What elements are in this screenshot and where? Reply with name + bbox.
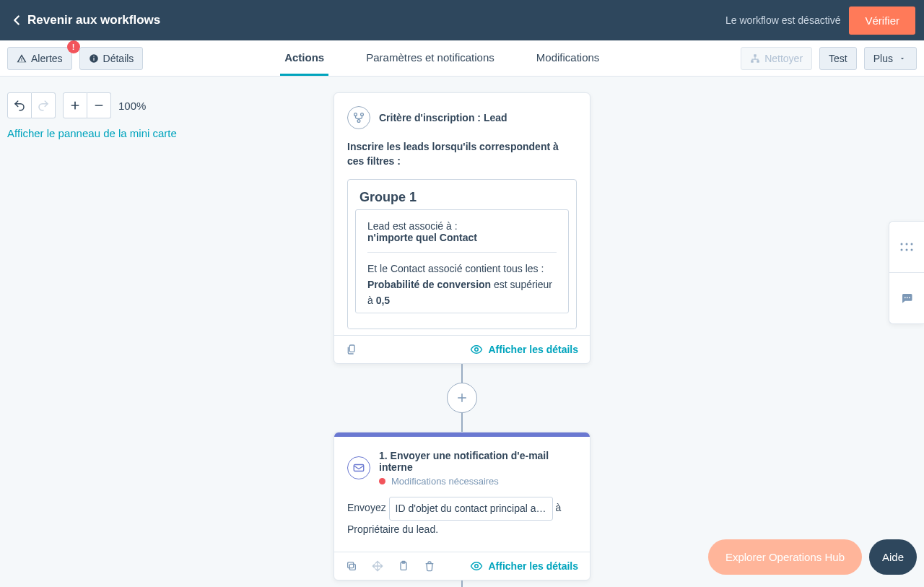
svg-rect-5 bbox=[757, 60, 759, 63]
show-details-1[interactable]: Afficher les détails bbox=[470, 343, 579, 356]
side-rail-grid[interactable] bbox=[889, 222, 924, 272]
eye-icon bbox=[470, 343, 483, 356]
svg-rect-16 bbox=[354, 465, 364, 471]
chat-icon bbox=[900, 292, 913, 305]
status-dot bbox=[379, 478, 385, 484]
test-button[interactable]: Test bbox=[819, 47, 857, 70]
grid-drag-icon bbox=[900, 243, 913, 251]
svg-point-27 bbox=[901, 249, 903, 251]
chevron-left-icon bbox=[9, 12, 25, 28]
more-label: Plus bbox=[873, 53, 893, 64]
side-rail-chat[interactable] bbox=[889, 272, 924, 323]
connector bbox=[461, 364, 463, 383]
clipboard-icon[interactable] bbox=[398, 560, 409, 572]
mail-icon bbox=[347, 456, 370, 479]
notification-action-card[interactable]: 1. Envoyer une notification d'e-mail int… bbox=[334, 432, 590, 581]
zoom-percent: 100% bbox=[118, 100, 146, 112]
show-details-2-label: Afficher les détails bbox=[489, 560, 579, 572]
back-label: Revenir aux workflows bbox=[27, 13, 160, 27]
undo-button[interactable] bbox=[7, 92, 32, 118]
duplicate-icon[interactable] bbox=[346, 560, 357, 572]
eye-icon bbox=[470, 560, 483, 573]
move-icon bbox=[372, 560, 383, 572]
chevron-down-icon bbox=[897, 53, 907, 64]
back-to-workflows[interactable]: Revenir aux workflows bbox=[9, 12, 160, 28]
details-button[interactable]: Détails bbox=[79, 47, 144, 70]
show-details-1-label: Afficher les détails bbox=[489, 344, 579, 355]
svg-point-24 bbox=[901, 243, 903, 245]
alerts-label: Alertes bbox=[31, 53, 63, 64]
help-button[interactable]: Aide bbox=[869, 539, 917, 575]
alerts-button[interactable]: Alertes ! bbox=[7, 47, 72, 70]
workflow-disabled-text: Le workflow est désactivé bbox=[725, 14, 841, 26]
add-action-node-1[interactable] bbox=[447, 383, 477, 413]
copy-icon[interactable] bbox=[346, 344, 357, 355]
filter2-bold: Probabilité de conversion bbox=[367, 279, 491, 290]
filter-group-box: Groupe 1 Lead est associé à : n'importe … bbox=[347, 179, 577, 329]
branch-icon bbox=[347, 106, 370, 129]
svg-rect-1 bbox=[93, 57, 94, 60]
details-label: Détails bbox=[103, 53, 134, 64]
card2-title: 1. Envoyer une notification d'e-mail int… bbox=[379, 450, 577, 473]
svg-rect-18 bbox=[348, 562, 354, 568]
svg-rect-3 bbox=[754, 54, 757, 57]
alert-icon bbox=[17, 53, 27, 64]
sitemap-icon bbox=[750, 53, 760, 64]
show-details-2[interactable]: Afficher les détails bbox=[470, 560, 579, 573]
send-prefix: Envoyez bbox=[347, 502, 389, 513]
svg-point-31 bbox=[907, 297, 908, 298]
explore-ops-hub-button[interactable]: Explorer Operations Hub bbox=[708, 539, 862, 575]
fade-overlay bbox=[349, 310, 575, 329]
filter1-line1: Lead est associé à : bbox=[367, 220, 557, 232]
more-button[interactable]: Plus bbox=[864, 47, 917, 70]
filter2-line1: Et le Contact associé contient tous les … bbox=[367, 261, 557, 277]
clean-label: Nettoyer bbox=[764, 53, 803, 64]
redo-button bbox=[32, 92, 56, 118]
svg-point-13 bbox=[474, 347, 478, 351]
info-icon bbox=[89, 53, 99, 64]
side-rail bbox=[889, 221, 924, 324]
svg-point-26 bbox=[911, 243, 913, 245]
alerts-badge: ! bbox=[67, 40, 80, 53]
clean-button: Nettoyer bbox=[741, 47, 812, 70]
send-token[interactable]: ID d'objet du contact principal a… bbox=[389, 497, 553, 521]
trash-icon[interactable] bbox=[424, 560, 435, 572]
tab-modifications[interactable]: Modifications bbox=[532, 40, 604, 76]
connector bbox=[461, 581, 463, 587]
svg-point-29 bbox=[911, 249, 913, 251]
card2-status: Modifications nécessaires bbox=[391, 476, 499, 487]
svg-rect-4 bbox=[751, 60, 754, 63]
divider bbox=[367, 252, 557, 253]
tab-actions[interactable]: Actions bbox=[280, 40, 328, 76]
tab-settings[interactable]: Paramètres et notifications bbox=[362, 40, 499, 76]
zoom-out-button[interactable] bbox=[87, 92, 111, 118]
svg-point-32 bbox=[909, 297, 910, 298]
minimap-toggle-link[interactable]: Afficher le panneau de la mini carte bbox=[7, 127, 177, 139]
svg-point-21 bbox=[474, 565, 478, 568]
svg-point-25 bbox=[906, 243, 908, 245]
group-title: Groupe 1 bbox=[359, 190, 569, 205]
enrollment-trigger-card[interactable]: Critère d'inscription : Lead Inscrire le… bbox=[334, 92, 590, 364]
filter2-value: 0,5 bbox=[376, 295, 390, 306]
filter-box: Lead est associé à : n'importe quel Cont… bbox=[355, 209, 569, 314]
svg-rect-2 bbox=[93, 56, 94, 56]
zoom-in-button[interactable] bbox=[63, 92, 87, 118]
verify-button[interactable]: Vérifier bbox=[849, 6, 915, 35]
card1-title: Critère d'inscription : Lead bbox=[379, 112, 507, 123]
svg-point-28 bbox=[906, 249, 908, 251]
connector bbox=[461, 413, 463, 432]
filter1-line2: n'importe quel Contact bbox=[367, 232, 557, 243]
svg-rect-17 bbox=[349, 564, 355, 570]
send-mid: à bbox=[553, 502, 562, 513]
svg-point-30 bbox=[905, 297, 906, 298]
svg-rect-12 bbox=[349, 345, 354, 352]
enrollment-text: Inscrire les leads lorsqu'ils correspond… bbox=[347, 139, 577, 169]
send-rest: Propriétaire du lead. bbox=[347, 523, 438, 535]
